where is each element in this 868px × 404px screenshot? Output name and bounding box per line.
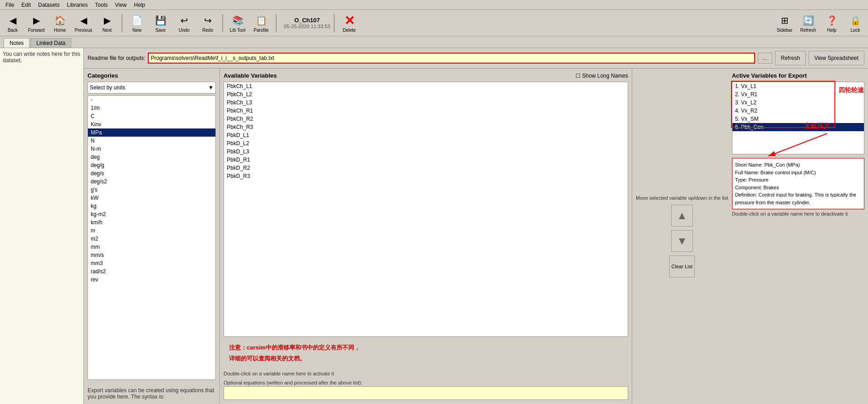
info-box: Short Name: Pbk_Con (MPa) Full Name: Bra… [732,158,864,209]
available-vars-list[interactable]: PbkCh_L1PbkCh_L2PbkCh_L3PbkCh_R1PbkCh_R2… [224,82,628,337]
info-short-name: Short Name: Pbk_Con (MPa) [735,161,861,169]
category-item[interactable]: C [88,112,215,120]
var-item[interactable]: PbkCh_R3 [224,123,628,131]
delete-button[interactable]: ✕ Delete [338,11,360,35]
save-button[interactable]: 💾 Save [150,11,171,35]
next-icon: ▶ [100,13,114,28]
category-item[interactable]: kW [88,194,215,202]
var-item[interactable]: PbkCh_L3 [224,99,628,107]
next-button[interactable]: ▶ Next [96,11,118,35]
category-item[interactable]: g's [88,186,215,194]
menubar: File Edit Datasets Libraries Tools View … [0,0,868,10]
previous-label: Previous [75,28,93,33]
category-item[interactable]: deg/s [88,169,215,177]
var-item[interactable]: PbkD_R1 [224,156,628,164]
panels: Categories Select by units ▼ -1/mCKinvMP… [84,69,868,404]
var-item[interactable]: PbkD_R2 [224,164,628,172]
tab-linked-data[interactable]: Linked Data [30,38,71,48]
sidebar-button[interactable]: ⊞ Sidebar [774,11,795,35]
category-item[interactable]: MPa [88,128,215,137]
readme-spreadsheet-button[interactable]: View Spreadsheet [809,51,864,65]
app-name: O_Ch107 [294,17,320,24]
category-item[interactable]: rev [88,276,215,284]
category-item[interactable]: rad/s2 [88,267,215,276]
var-item[interactable]: PbkD_L1 [224,131,628,139]
menu-datasets[interactable]: Datasets [34,1,63,9]
active-var-item[interactable]: 4. Vx_R2 [732,107,864,115]
parsfile-button[interactable]: 📋 Parsfile [250,11,272,35]
category-item[interactable]: kg-m2 [88,210,215,218]
show-long-names-toggle[interactable]: ☐ Show Long Names [575,73,628,79]
move-down-button[interactable]: ▼ [671,230,693,252]
parsfile-label: Parsfile [254,28,268,33]
category-item[interactable]: Kinv [88,120,215,128]
menu-tools[interactable]: Tools [91,1,111,9]
category-item[interactable]: - [88,96,215,104]
active-vars-panel: Move selected variable up/down in the li… [632,69,868,404]
category-item[interactable]: mm/s [88,251,215,259]
category-item[interactable]: m [88,227,215,235]
active-var-item[interactable]: 3. Vx_L2 [732,99,864,107]
var-item[interactable]: PbkD_R3 [224,172,628,180]
app-info: O_Ch107 05-25-2020 11:33:53 [284,17,330,29]
lock-button[interactable]: 🔒 Lock [844,11,866,35]
info-full-name: Full Name: Brake control input (M/C) [735,169,861,177]
arrow-controls: Move selected variable up/down in the li… [632,69,732,404]
separator-1 [122,14,122,32]
menu-help[interactable]: Help [130,1,149,9]
readme-input[interactable] [148,53,755,64]
new-button[interactable]: 📄 New [126,11,148,35]
optional-input[interactable] [224,386,628,400]
next-label: Next [102,28,112,33]
help-button[interactable]: ❓ Help [821,11,843,35]
category-item[interactable]: N-m [88,145,215,153]
var-item[interactable]: PbkD_L3 [224,148,628,156]
category-item[interactable]: N [88,137,215,145]
previous-button[interactable]: ◀ Previous [73,11,94,35]
var-item[interactable]: PbkCh_R2 [224,115,628,123]
var-item[interactable]: PbkD_L2 [224,139,628,148]
tab-notes[interactable]: Notes [4,38,29,48]
menu-libraries[interactable]: Libraries [63,1,91,9]
category-item[interactable]: kg [88,202,215,210]
separator-4 [334,14,335,32]
redo-button[interactable]: ↪ Redo [197,11,219,35]
active-var-item[interactable]: 5. Vx_SM [732,115,864,123]
var-item[interactable]: PbkCh_R1 [224,107,628,115]
category-item[interactable]: deg [88,153,215,161]
category-item[interactable]: deg/s2 [88,177,215,186]
category-item[interactable]: mm3 [88,259,215,267]
var-item[interactable]: PbkCh_L1 [224,82,628,90]
libtool-button[interactable]: 📚 Lib Tool [227,11,249,35]
pbk-info-section: 主缸压力 Short Name: Pbk_Con (MPa) Full Name… [732,156,864,209]
back-button[interactable]: ◀ Back [2,11,24,35]
readme-dots-button[interactable]: ... [758,53,772,64]
readme-refresh-button[interactable]: Refresh [775,51,806,65]
move-up-button[interactable]: ▲ [671,205,693,227]
forward-button[interactable]: ▶ Forward [25,11,47,35]
category-item[interactable]: 1/m [88,104,215,112]
category-item[interactable]: km/h [88,218,215,227]
category-list[interactable]: -1/mCKinvMPaNN-mdegdeg/gdeg/sdeg/s2g'skW… [88,95,216,380]
var-item[interactable]: PbkCh_L2 [224,90,628,99]
down-arrow-icon: ▼ [677,235,688,247]
chinese-label-pressure: 主缸压力 [805,122,830,130]
category-item[interactable]: mm [88,243,215,251]
undo-button[interactable]: ↩ Undo [173,11,195,35]
separator-2 [222,14,223,32]
active-var-section: Active Variables for Export 四轮轮速 1. Vx_L… [732,69,868,404]
category-dropdown[interactable]: Select by units ▼ [88,82,216,94]
active-var-item[interactable]: 6. Pbk_Con [732,123,864,131]
category-item[interactable]: m2 [88,235,215,243]
menu-file[interactable]: File [2,1,18,9]
forward-label: Forward [28,28,45,33]
checkbox-icon: ☐ [575,73,580,79]
toolbar-refresh-button[interactable]: 🔄 Refresh [797,11,819,35]
delete-icon: ✕ [342,13,356,28]
clear-list-button[interactable]: Clear List [669,256,695,277]
category-item[interactable]: deg/g [88,161,215,169]
home-button[interactable]: 🏠 Home [49,11,71,35]
annotation-line2: 详细的可以查阅相关的文档。 [229,353,623,364]
menu-edit[interactable]: Edit [18,1,34,9]
menu-view[interactable]: View [111,1,130,9]
